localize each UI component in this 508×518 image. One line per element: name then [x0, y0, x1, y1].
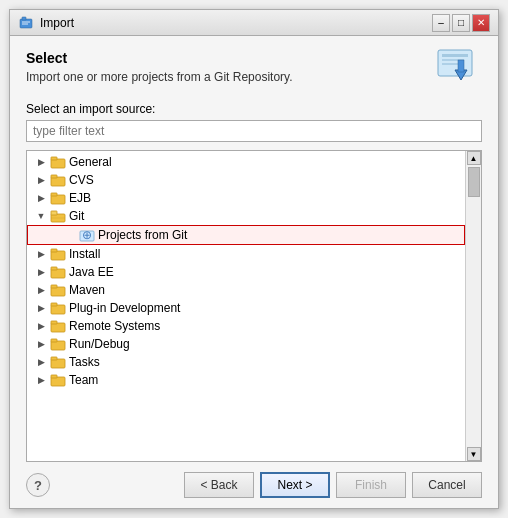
item-label: Projects from Git [98, 228, 187, 242]
folder-icon [50, 318, 66, 334]
tree-item-ejb[interactable]: ▶ EJB [27, 189, 465, 207]
folder-icon [50, 300, 66, 316]
tree-item-run-debug[interactable]: ▶ Run/Debug [27, 335, 465, 353]
filter-input[interactable] [26, 120, 482, 142]
tree-container: ▶ General ▶ CVS ▶ [26, 150, 482, 462]
expand-arrow: ▶ [35, 374, 47, 386]
bottom-area: ? < Back Next > Finish Cancel [26, 462, 482, 498]
scroll-thumb[interactable] [468, 167, 480, 197]
svg-rect-32 [51, 339, 57, 342]
tree-item-install[interactable]: ▶ Install [27, 245, 465, 263]
svg-rect-26 [51, 285, 57, 288]
dialog-icon [18, 15, 34, 31]
folder-icon [50, 154, 66, 170]
svg-rect-15 [51, 193, 57, 196]
expand-arrow: ▶ [35, 356, 47, 368]
svg-rect-13 [51, 175, 57, 178]
tree-item-java-ee[interactable]: ▶ Java EE [27, 263, 465, 281]
title-bar-left: Import [18, 15, 74, 31]
folder-icon [50, 354, 66, 370]
import-icon [434, 46, 482, 86]
svg-rect-24 [51, 267, 57, 270]
title-bar: Import – □ ✕ [10, 10, 498, 36]
back-button[interactable]: < Back [184, 472, 254, 498]
expand-arrow: ▶ [35, 320, 47, 332]
section-description: Import one or more projects from a Git R… [26, 70, 482, 84]
tree-item-team[interactable]: ▶ Team [27, 371, 465, 389]
title-buttons: – □ ✕ [432, 14, 490, 32]
filter-label: Select an import source: [26, 102, 482, 116]
folder-icon [50, 264, 66, 280]
svg-rect-9 [458, 60, 464, 72]
tree-item-projects-from-git[interactable]: ▶ ⊕ Projects from Git [27, 225, 465, 245]
item-label: Run/Debug [69, 337, 130, 351]
scrollbar: ▲ ▼ [465, 151, 481, 461]
dialog-body: Select Import one or more projects from … [10, 36, 498, 508]
expand-arrow: ▶ [35, 266, 47, 278]
item-label: Maven [69, 283, 105, 297]
item-label: EJB [69, 191, 91, 205]
git-item-icon: ⊕ [79, 227, 95, 243]
svg-rect-30 [51, 321, 57, 324]
svg-rect-11 [51, 157, 57, 160]
header-area: Select Import one or more projects from … [26, 50, 482, 94]
svg-rect-22 [51, 249, 57, 252]
tree-item-maven[interactable]: ▶ Maven [27, 281, 465, 299]
finish-button[interactable]: Finish [336, 472, 406, 498]
cancel-button[interactable]: Cancel [412, 472, 482, 498]
close-button[interactable]: ✕ [472, 14, 490, 32]
svg-rect-28 [51, 303, 57, 306]
tree-item-git[interactable]: ▼ Git [27, 207, 465, 225]
folder-icon [50, 282, 66, 298]
item-label: Team [69, 373, 98, 387]
folder-icon [50, 372, 66, 388]
svg-rect-36 [51, 375, 57, 378]
tree-item-general[interactable]: ▶ General [27, 153, 465, 171]
folder-icon [50, 246, 66, 262]
svg-rect-17 [51, 211, 57, 215]
scroll-up-button[interactable]: ▲ [467, 151, 481, 165]
item-label: Install [69, 247, 100, 261]
tree-item-cvs[interactable]: ▶ CVS [27, 171, 465, 189]
scroll-down-button[interactable]: ▼ [467, 447, 481, 461]
svg-rect-7 [442, 63, 460, 65]
help-button[interactable]: ? [26, 473, 50, 497]
expand-arrow: ▶ [35, 338, 47, 350]
tree-item-remote-systems[interactable]: ▶ Remote Systems [27, 317, 465, 335]
minimize-button[interactable]: – [432, 14, 450, 32]
expand-arrow: ▶ [35, 192, 47, 204]
svg-rect-34 [51, 357, 57, 360]
item-label: CVS [69, 173, 94, 187]
expand-arrow: ▶ [35, 284, 47, 296]
expand-arrow: ▶ [35, 248, 47, 260]
item-label: Git [69, 209, 84, 223]
dialog-title: Import [40, 16, 74, 30]
svg-rect-0 [20, 19, 32, 28]
item-label: Plug-in Development [69, 301, 180, 315]
svg-text:⊕: ⊕ [82, 228, 92, 242]
section-title: Select [26, 50, 482, 66]
expand-arrow: ▶ [35, 174, 47, 186]
item-label: Java EE [69, 265, 114, 279]
folder-icon [50, 172, 66, 188]
button-group: < Back Next > Finish Cancel [184, 472, 482, 498]
import-dialog: Import – □ ✕ Select Import one or more p… [9, 9, 499, 509]
folder-icon-open [50, 208, 66, 224]
svg-rect-5 [442, 54, 468, 57]
svg-rect-1 [22, 17, 26, 20]
tree-item-tasks[interactable]: ▶ Tasks [27, 353, 465, 371]
expand-arrow: ▶ [35, 302, 47, 314]
item-label: General [69, 155, 112, 169]
next-button[interactable]: Next > [260, 472, 330, 498]
item-label: Remote Systems [69, 319, 160, 333]
tree-scroll[interactable]: ▶ General ▶ CVS ▶ [27, 151, 465, 461]
folder-icon [50, 190, 66, 206]
folder-icon [50, 336, 66, 352]
expand-arrow: ▶ [35, 156, 47, 168]
item-label: Tasks [69, 355, 100, 369]
tree-item-plugin-dev[interactable]: ▶ Plug-in Development [27, 299, 465, 317]
maximize-button[interactable]: □ [452, 14, 470, 32]
expand-arrow: ▼ [35, 210, 47, 222]
